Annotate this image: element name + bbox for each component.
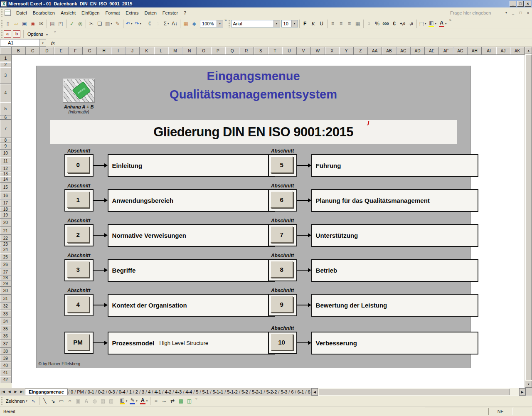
- column-header-AH[interactable]: AH: [468, 47, 482, 55]
- column-header-B[interactable]: B: [12, 47, 26, 55]
- sheet-tab-5-2-2[interactable]: 5-2-2: [266, 389, 278, 395]
- sheet-tab-4-2[interactable]: 4-2: [164, 389, 172, 395]
- arrow-line-icon[interactable]: ↘: [49, 397, 57, 405]
- section-button-5[interactable]: 5: [268, 154, 297, 177]
- row-header-25[interactable]: 25: [0, 253, 12, 261]
- font-size-select[interactable]: 10▾: [281, 20, 298, 27]
- oval-icon[interactable]: ○: [66, 397, 74, 405]
- menu-bearbeiten[interactable]: Bearbeiten: [30, 9, 58, 17]
- underline-icon[interactable]: U: [318, 20, 326, 28]
- menu-help[interactable]: ?: [181, 9, 189, 17]
- section-button-7[interactable]: 7: [268, 224, 297, 246]
- scroll-down-icon[interactable]: ▼: [525, 381, 532, 388]
- undo-icon[interactable]: ↶▾: [125, 20, 134, 28]
- row-header-2[interactable]: 2: [0, 62, 12, 67]
- sheet-tab-0-3[interactable]: 0-3: [108, 389, 116, 395]
- fill-color-icon[interactable]: ◧▾: [118, 397, 129, 405]
- row-header-34[interactable]: 34: [0, 318, 12, 325]
- sheet-tab-5-2-1[interactable]: 5-2-1: [251, 389, 264, 395]
- zoom-select[interactable]: 100%▾: [200, 20, 223, 27]
- menu-daten[interactable]: Daten: [141, 9, 159, 17]
- column-header-M[interactable]: M: [168, 47, 182, 55]
- line-style-icon[interactable]: ≡: [152, 397, 160, 405]
- save-icon[interactable]: ▣: [20, 20, 29, 28]
- row-header-38[interactable]: 38: [0, 348, 12, 355]
- autosum-icon[interactable]: Σ▾: [162, 20, 170, 28]
- horizontal-scrollbar[interactable]: ◀ ▶: [311, 388, 525, 396]
- column-header-N[interactable]: N: [182, 47, 197, 55]
- row-header-8[interactable]: 8: [0, 138, 12, 143]
- vertical-scroll-thumb[interactable]: [525, 54, 532, 380]
- row-header-42[interactable]: 42: [0, 376, 12, 383]
- column-header-Z[interactable]: Z: [354, 47, 368, 55]
- line-icon[interactable]: ╲: [41, 397, 49, 405]
- font-color-icon[interactable]: A▾: [139, 397, 149, 405]
- euro-style-icon[interactable]: €: [390, 20, 399, 28]
- column-header-AD[interactable]: AD: [411, 47, 425, 55]
- menu-datei[interactable]: Datei: [13, 9, 30, 17]
- sheet-tab-0-1[interactable]: 0-1: [87, 389, 95, 395]
- row-header-37[interactable]: 37: [0, 340, 12, 348]
- thousands-style-icon[interactable]: 000: [382, 20, 390, 28]
- line-color-icon[interactable]: ✎▾: [128, 397, 139, 405]
- section-button-0[interactable]: 0: [64, 154, 94, 177]
- sheet-tab-4[interactable]: 4: [147, 389, 151, 395]
- drawing-icon[interactable]: ◆: [190, 20, 198, 28]
- sheet-tab-4-1[interactable]: 4-1: [153, 389, 162, 395]
- fill-color-icon[interactable]: ◧▾: [427, 20, 438, 28]
- align-right-icon[interactable]: ≡: [345, 20, 354, 28]
- sheet-tab-5[interactable]: 5: [195, 389, 199, 395]
- macro-b-icon[interactable]: b: [13, 30, 20, 38]
- column-header-AE[interactable]: AE: [425, 47, 439, 55]
- row-header-7[interactable]: 7: [0, 120, 12, 138]
- minimize-button[interactable]: _: [510, 1, 516, 7]
- font-name-select[interactable]: Arial▾: [231, 20, 280, 27]
- dash-style-icon[interactable]: ---: [160, 397, 168, 405]
- name-box-dropdown-icon[interactable]: ▾: [40, 39, 46, 47]
- row-header-19[interactable]: 19: [0, 212, 12, 219]
- column-header-L[interactable]: L: [154, 47, 168, 55]
- row-header-12[interactable]: 12: [0, 165, 12, 172]
- toolbar-grip[interactable]: [1, 30, 2, 38]
- column-header-AG[interactable]: AG: [453, 47, 468, 55]
- column-header-V[interactable]: V: [297, 47, 311, 55]
- row-header-14[interactable]: 14: [0, 176, 12, 183]
- column-header-AA[interactable]: AA: [368, 47, 382, 55]
- column-header-Y[interactable]: Y: [339, 47, 353, 55]
- row-header-11[interactable]: 11: [0, 157, 12, 165]
- menu-ansicht[interactable]: Ansicht: [58, 9, 79, 17]
- zeichnen-menu-button[interactable]: Zeichnen▾: [4, 398, 30, 404]
- sheet-tab-5-3[interactable]: 5-3: [280, 389, 288, 395]
- font-color-icon[interactable]: A▾: [438, 20, 448, 28]
- section-button-3[interactable]: 3: [64, 259, 94, 281]
- toolbar-overflow-icon[interactable]: »: [448, 18, 453, 22]
- sheet-tab-0-4[interactable]: 0-4: [118, 389, 126, 395]
- column-header-I[interactable]: I: [111, 47, 126, 55]
- open-folder-icon[interactable]: ▱: [12, 20, 20, 28]
- column-header-X[interactable]: X: [325, 47, 339, 55]
- workbook-close-button[interactable]: ×: [525, 10, 531, 15]
- scroll-left-icon[interactable]: ◀: [312, 388, 318, 396]
- question-box[interactable]: Frage hier eingeben: [448, 10, 504, 16]
- column-header-O[interactable]: O: [197, 47, 211, 55]
- bold-icon[interactable]: F: [301, 20, 309, 28]
- row-header-3[interactable]: 3: [0, 67, 12, 84]
- align-left-icon[interactable]: ≡: [329, 20, 337, 28]
- menu-fenster[interactable]: Fenster: [160, 9, 181, 17]
- merge-center-icon[interactable]: ▦: [354, 20, 362, 28]
- spell-check-icon[interactable]: ✓: [68, 20, 76, 28]
- toolbar-grip[interactable]: [1, 397, 2, 405]
- print-icon[interactable]: ▤: [48, 20, 57, 28]
- select-all-corner[interactable]: [0, 47, 12, 55]
- threed-style-icon[interactable]: ◫: [185, 397, 193, 405]
- cut-icon[interactable]: ✂: [87, 20, 96, 28]
- column-header-D[interactable]: D: [40, 47, 54, 55]
- name-box[interactable]: A1: [0, 39, 40, 47]
- chart-wizard-icon[interactable]: ▦: [182, 20, 190, 28]
- section-button-10[interactable]: 10: [268, 332, 297, 354]
- column-header-F[interactable]: F: [69, 47, 83, 55]
- column-header-W[interactable]: W: [311, 47, 325, 55]
- options-menu-button[interactable]: Options ▾: [25, 31, 52, 37]
- toolbar-grip[interactable]: [229, 20, 230, 27]
- percent-style-icon[interactable]: %: [373, 20, 382, 28]
